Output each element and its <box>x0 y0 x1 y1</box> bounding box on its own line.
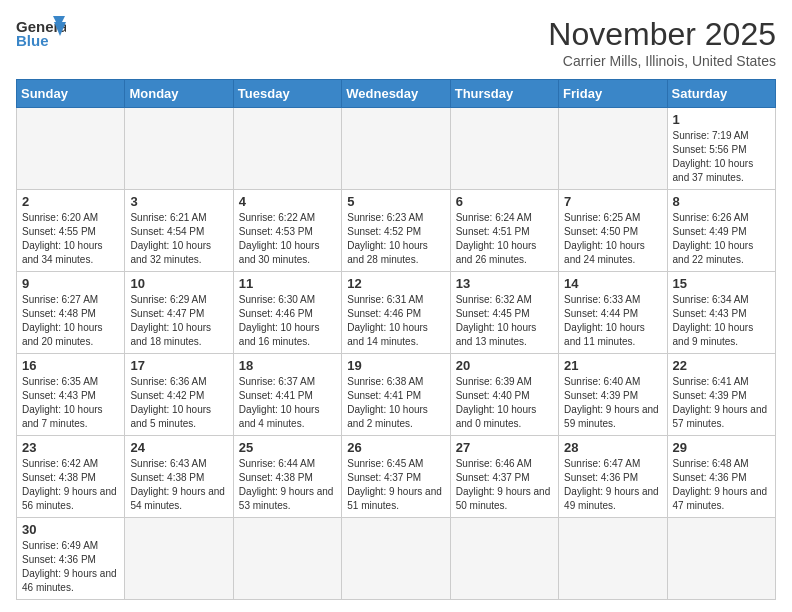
calendar-day-2: 2Sunrise: 6:20 AM Sunset: 4:55 PM Daylig… <box>17 190 125 272</box>
day-number: 14 <box>564 276 661 291</box>
day-number: 7 <box>564 194 661 209</box>
calendar-day-22: 22Sunrise: 6:41 AM Sunset: 4:39 PM Dayli… <box>667 354 775 436</box>
day-info: Sunrise: 6:25 AM Sunset: 4:50 PM Dayligh… <box>564 211 661 267</box>
calendar-day-27: 27Sunrise: 6:46 AM Sunset: 4:37 PM Dayli… <box>450 436 558 518</box>
calendar-day-10: 10Sunrise: 6:29 AM Sunset: 4:47 PM Dayli… <box>125 272 233 354</box>
calendar-day-21: 21Sunrise: 6:40 AM Sunset: 4:39 PM Dayli… <box>559 354 667 436</box>
day-number: 25 <box>239 440 336 455</box>
calendar-day-empty <box>17 108 125 190</box>
day-info: Sunrise: 6:39 AM Sunset: 4:40 PM Dayligh… <box>456 375 553 431</box>
day-info: Sunrise: 6:27 AM Sunset: 4:48 PM Dayligh… <box>22 293 119 349</box>
day-info: Sunrise: 6:33 AM Sunset: 4:44 PM Dayligh… <box>564 293 661 349</box>
day-info: Sunrise: 6:24 AM Sunset: 4:51 PM Dayligh… <box>456 211 553 267</box>
day-info: Sunrise: 6:35 AM Sunset: 4:43 PM Dayligh… <box>22 375 119 431</box>
page-header: General Blue November 2025 Carrier Mills… <box>16 16 776 69</box>
day-number: 5 <box>347 194 444 209</box>
day-info: Sunrise: 6:32 AM Sunset: 4:45 PM Dayligh… <box>456 293 553 349</box>
calendar-day-4: 4Sunrise: 6:22 AM Sunset: 4:53 PM Daylig… <box>233 190 341 272</box>
day-number: 24 <box>130 440 227 455</box>
day-number: 30 <box>22 522 119 537</box>
calendar-day-29: 29Sunrise: 6:48 AM Sunset: 4:36 PM Dayli… <box>667 436 775 518</box>
day-info: Sunrise: 6:43 AM Sunset: 4:38 PM Dayligh… <box>130 457 227 513</box>
svg-text:Blue: Blue <box>16 32 49 49</box>
calendar-week-row: 9Sunrise: 6:27 AM Sunset: 4:48 PM Daylig… <box>17 272 776 354</box>
day-of-week-friday: Friday <box>559 80 667 108</box>
day-info: Sunrise: 6:47 AM Sunset: 4:36 PM Dayligh… <box>564 457 661 513</box>
day-info: Sunrise: 6:48 AM Sunset: 4:36 PM Dayligh… <box>673 457 770 513</box>
day-number: 9 <box>22 276 119 291</box>
calendar-day-empty <box>667 518 775 600</box>
calendar-table: SundayMondayTuesdayWednesdayThursdayFrid… <box>16 79 776 600</box>
day-number: 2 <box>22 194 119 209</box>
day-number: 17 <box>130 358 227 373</box>
day-info: Sunrise: 6:26 AM Sunset: 4:49 PM Dayligh… <box>673 211 770 267</box>
calendar-day-30: 30Sunrise: 6:49 AM Sunset: 4:36 PM Dayli… <box>17 518 125 600</box>
day-of-week-wednesday: Wednesday <box>342 80 450 108</box>
day-number: 26 <box>347 440 444 455</box>
generalblue-logo-icon: General Blue <box>16 16 66 52</box>
calendar-day-empty <box>342 518 450 600</box>
calendar-day-13: 13Sunrise: 6:32 AM Sunset: 4:45 PM Dayli… <box>450 272 558 354</box>
logo-area: General Blue <box>16 16 66 52</box>
day-of-week-thursday: Thursday <box>450 80 558 108</box>
day-number: 22 <box>673 358 770 373</box>
calendar-day-1: 1Sunrise: 7:19 AM Sunset: 5:56 PM Daylig… <box>667 108 775 190</box>
calendar-day-20: 20Sunrise: 6:39 AM Sunset: 4:40 PM Dayli… <box>450 354 558 436</box>
calendar-day-17: 17Sunrise: 6:36 AM Sunset: 4:42 PM Dayli… <box>125 354 233 436</box>
day-info: Sunrise: 6:34 AM Sunset: 4:43 PM Dayligh… <box>673 293 770 349</box>
day-number: 28 <box>564 440 661 455</box>
calendar-week-row: 23Sunrise: 6:42 AM Sunset: 4:38 PM Dayli… <box>17 436 776 518</box>
calendar-day-empty <box>450 108 558 190</box>
calendar-day-14: 14Sunrise: 6:33 AM Sunset: 4:44 PM Dayli… <box>559 272 667 354</box>
title-area: November 2025 Carrier Mills, Illinois, U… <box>548 16 776 69</box>
calendar-day-empty <box>125 108 233 190</box>
day-info: Sunrise: 6:41 AM Sunset: 4:39 PM Dayligh… <box>673 375 770 431</box>
day-info: Sunrise: 6:23 AM Sunset: 4:52 PM Dayligh… <box>347 211 444 267</box>
calendar-day-12: 12Sunrise: 6:31 AM Sunset: 4:46 PM Dayli… <box>342 272 450 354</box>
day-info: Sunrise: 6:30 AM Sunset: 4:46 PM Dayligh… <box>239 293 336 349</box>
location: Carrier Mills, Illinois, United States <box>548 53 776 69</box>
day-number: 19 <box>347 358 444 373</box>
calendar-day-7: 7Sunrise: 6:25 AM Sunset: 4:50 PM Daylig… <box>559 190 667 272</box>
calendar-day-8: 8Sunrise: 6:26 AM Sunset: 4:49 PM Daylig… <box>667 190 775 272</box>
day-info: Sunrise: 6:36 AM Sunset: 4:42 PM Dayligh… <box>130 375 227 431</box>
calendar-day-empty <box>559 108 667 190</box>
day-number: 29 <box>673 440 770 455</box>
day-info: Sunrise: 6:42 AM Sunset: 4:38 PM Dayligh… <box>22 457 119 513</box>
calendar-day-18: 18Sunrise: 6:37 AM Sunset: 4:41 PM Dayli… <box>233 354 341 436</box>
calendar-day-19: 19Sunrise: 6:38 AM Sunset: 4:41 PM Dayli… <box>342 354 450 436</box>
calendar-day-24: 24Sunrise: 6:43 AM Sunset: 4:38 PM Dayli… <box>125 436 233 518</box>
month-title: November 2025 <box>548 16 776 53</box>
calendar-day-26: 26Sunrise: 6:45 AM Sunset: 4:37 PM Dayli… <box>342 436 450 518</box>
day-info: Sunrise: 6:31 AM Sunset: 4:46 PM Dayligh… <box>347 293 444 349</box>
day-number: 13 <box>456 276 553 291</box>
calendar-day-empty <box>342 108 450 190</box>
day-info: Sunrise: 6:22 AM Sunset: 4:53 PM Dayligh… <box>239 211 336 267</box>
day-number: 3 <box>130 194 227 209</box>
day-number: 20 <box>456 358 553 373</box>
calendar-day-empty <box>233 518 341 600</box>
day-of-week-saturday: Saturday <box>667 80 775 108</box>
day-number: 1 <box>673 112 770 127</box>
day-number: 6 <box>456 194 553 209</box>
calendar-week-row: 16Sunrise: 6:35 AM Sunset: 4:43 PM Dayli… <box>17 354 776 436</box>
calendar-day-28: 28Sunrise: 6:47 AM Sunset: 4:36 PM Dayli… <box>559 436 667 518</box>
day-info: Sunrise: 7:19 AM Sunset: 5:56 PM Dayligh… <box>673 129 770 185</box>
calendar-header-row: SundayMondayTuesdayWednesdayThursdayFrid… <box>17 80 776 108</box>
calendar-day-16: 16Sunrise: 6:35 AM Sunset: 4:43 PM Dayli… <box>17 354 125 436</box>
calendar-day-empty <box>450 518 558 600</box>
day-info: Sunrise: 6:20 AM Sunset: 4:55 PM Dayligh… <box>22 211 119 267</box>
calendar-week-row: 30Sunrise: 6:49 AM Sunset: 4:36 PM Dayli… <box>17 518 776 600</box>
day-of-week-sunday: Sunday <box>17 80 125 108</box>
day-info: Sunrise: 6:49 AM Sunset: 4:36 PM Dayligh… <box>22 539 119 595</box>
day-info: Sunrise: 6:38 AM Sunset: 4:41 PM Dayligh… <box>347 375 444 431</box>
day-number: 16 <box>22 358 119 373</box>
day-number: 4 <box>239 194 336 209</box>
day-info: Sunrise: 6:40 AM Sunset: 4:39 PM Dayligh… <box>564 375 661 431</box>
calendar-week-row: 1Sunrise: 7:19 AM Sunset: 5:56 PM Daylig… <box>17 108 776 190</box>
day-info: Sunrise: 6:44 AM Sunset: 4:38 PM Dayligh… <box>239 457 336 513</box>
calendar-day-5: 5Sunrise: 6:23 AM Sunset: 4:52 PM Daylig… <box>342 190 450 272</box>
day-number: 12 <box>347 276 444 291</box>
calendar-week-row: 2Sunrise: 6:20 AM Sunset: 4:55 PM Daylig… <box>17 190 776 272</box>
calendar-day-15: 15Sunrise: 6:34 AM Sunset: 4:43 PM Dayli… <box>667 272 775 354</box>
